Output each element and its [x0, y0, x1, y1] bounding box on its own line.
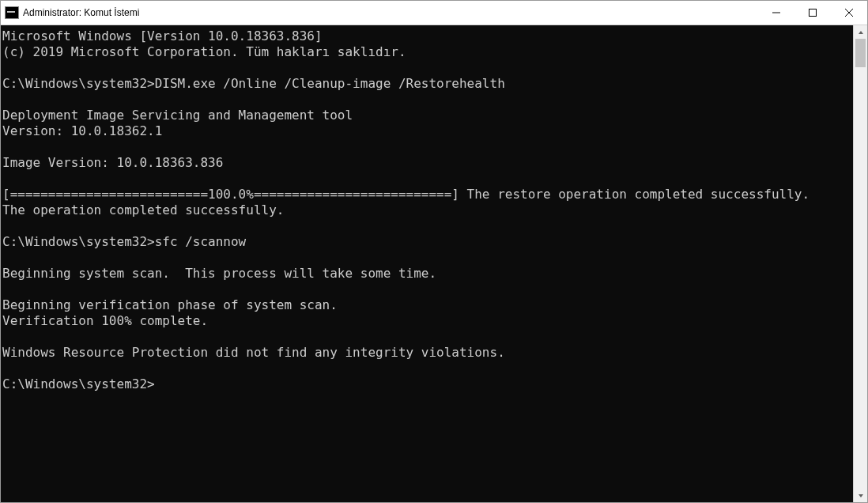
- terminal-line: [2, 250, 851, 266]
- terminal-line: Microsoft Windows [Version 10.0.18363.83…: [2, 28, 851, 44]
- cmd-icon: [5, 6, 19, 19]
- terminal-line: Verification 100% complete.: [2, 313, 851, 329]
- terminal-line: [2, 60, 851, 76]
- window-controls: [758, 1, 867, 25]
- terminal-line: (c) 2019 Microsoft Corporation. Tüm hakl…: [2, 44, 851, 60]
- svg-rect-1: [810, 9, 817, 17]
- terminal-line: [2, 92, 851, 108]
- maximize-button[interactable]: [794, 1, 831, 25]
- terminal-output[interactable]: Microsoft Windows [Version 10.0.18363.83…: [1, 25, 853, 502]
- close-button[interactable]: [831, 1, 867, 25]
- terminal-line: [2, 171, 851, 187]
- terminal-line: [2, 282, 851, 297]
- terminal-line: The operation completed successfully.: [2, 202, 851, 218]
- svg-marker-5: [859, 494, 863, 497]
- command-prompt-window: Administrator: Komut İstemi Micros: [0, 0, 868, 503]
- minimize-icon: [772, 9, 780, 17]
- maximize-icon: [809, 9, 817, 17]
- scroll-down-arrow-icon[interactable]: [854, 489, 867, 502]
- terminal-line: Windows Resource Protection did not find…: [2, 345, 851, 361]
- terminal-line: [2, 361, 851, 376]
- close-icon: [845, 9, 853, 17]
- terminal-line: Beginning system scan. This process will…: [2, 266, 851, 282]
- terminal-line: Beginning verification phase of system s…: [2, 297, 851, 313]
- terminal-line: C:\Windows\system32>DISM.exe /Online /Cl…: [2, 76, 851, 92]
- titlebar[interactable]: Administrator: Komut İstemi: [1, 1, 867, 25]
- scrollbar-thumb[interactable]: [855, 39, 866, 67]
- terminal-line: Image Version: 10.0.18363.836: [2, 155, 851, 171]
- terminal-line: [==========================100.0%=======…: [2, 187, 851, 202]
- terminal-line: [2, 218, 851, 234]
- terminal-line: C:\Windows\system32>sfc /scannow: [2, 234, 851, 250]
- terminal-line: Version: 10.0.18362.1: [2, 123, 851, 139]
- scroll-up-arrow-icon[interactable]: [854, 25, 867, 39]
- content-area: Microsoft Windows [Version 10.0.18363.83…: [1, 25, 867, 502]
- terminal-line: [2, 329, 851, 345]
- minimize-button[interactable]: [758, 1, 794, 25]
- vertical-scrollbar[interactable]: [853, 25, 867, 502]
- app-icon-wrap: [1, 6, 23, 19]
- terminal-line: Deployment Image Servicing and Managemen…: [2, 108, 851, 123]
- terminal-line: [2, 139, 851, 155]
- svg-marker-4: [859, 31, 863, 34]
- terminal-line: C:\Windows\system32>: [2, 376, 851, 392]
- window-title: Administrator: Komut İstemi: [23, 7, 139, 18]
